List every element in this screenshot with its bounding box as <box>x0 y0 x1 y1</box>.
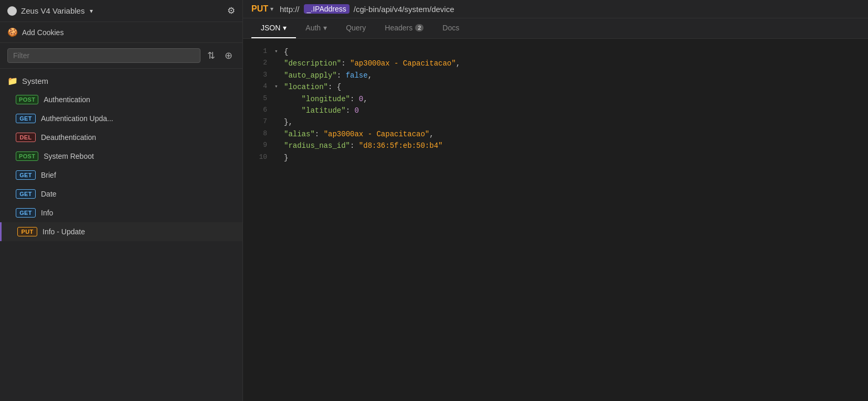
item-label: Authentication Upda... <box>41 114 113 123</box>
cookies-label: Add Cookies <box>22 28 63 37</box>
code-line-8: 8 "alias": "ap3000ax - Capacitacao", <box>243 128 868 140</box>
url-prefix: http:// <box>280 5 300 14</box>
code-line-10: 10 } <box>243 152 868 164</box>
method-chevron-icon: ▾ <box>270 5 273 13</box>
code-line-3: 3 "auto_apply": false, <box>243 70 868 81</box>
list-item[interactable]: GET Info <box>0 203 242 222</box>
code-line-6: 6 "latitude": 0 <box>243 105 868 116</box>
item-label: Date <box>41 190 57 198</box>
tab-json-chevron: ▾ <box>283 24 287 32</box>
code-line-5: 5 "longitude": 0, <box>243 93 868 105</box>
tab-query[interactable]: Query <box>336 18 375 38</box>
folder-label: System <box>22 77 48 85</box>
tabs-bar: JSON ▾ Auth ▾ Query Headers 2 Docs <box>243 18 868 39</box>
code-line-9: 9 "radius_nas_id": "d8:36:5f:eb:50:b4" <box>243 140 868 151</box>
sort-button[interactable]: ⇅ <box>205 49 218 62</box>
tab-headers-label: Headers <box>385 24 412 32</box>
list-item-active[interactable]: PUT Info - Update <box>0 222 242 241</box>
item-label: Authentication <box>44 95 90 104</box>
list-item[interactable]: GET Brief <box>0 166 242 185</box>
code-line-1: 1 ▾ { <box>243 46 868 58</box>
tab-json-label: JSON <box>261 24 280 32</box>
headers-badge: 2 <box>415 24 424 31</box>
url-variable[interactable]: _.IPAddress <box>304 4 350 14</box>
item-label: Info <box>41 209 53 217</box>
method-badge-get: GET <box>16 208 36 218</box>
method-selector[interactable]: PUT ▾ <box>251 4 273 14</box>
method-badge-get: GET <box>16 170 36 180</box>
title-area[interactable]: Zeus V4 Variables ▾ <box>7 6 93 16</box>
sidebar-list: 📁 System POST Authentication GET Authent… <box>0 69 242 401</box>
method-badge-del: DEL <box>16 133 36 142</box>
item-label: Deauthentication <box>41 133 96 142</box>
list-item[interactable]: GET Authentication Upda... <box>0 109 242 128</box>
list-item[interactable]: GET Date <box>0 185 242 203</box>
add-cookies-button[interactable]: 🍪 Add Cookies <box>0 22 242 43</box>
main-panel: PUT ▾ http:// _.IPAddress /cgi-bin/api/v… <box>243 0 868 401</box>
method-badge-post: POST <box>16 151 38 161</box>
code-line-4: 4 ▾ "location": { <box>243 81 868 93</box>
code-editor[interactable]: 1 ▾ { 2 "description": "ap3000ax - Capac… <box>243 39 868 401</box>
method-badge-post: POST <box>16 95 38 104</box>
add-request-button[interactable]: ⊕ <box>222 49 235 62</box>
code-line-7: 7 }, <box>243 116 868 128</box>
method-put-label: PUT <box>251 4 268 14</box>
url-bar: PUT ▾ http:// _.IPAddress /cgi-bin/api/v… <box>243 0 868 18</box>
item-label: System Reboot <box>44 152 94 160</box>
filter-row: ⇅ ⊕ <box>0 43 242 69</box>
folder-system[interactable]: 📁 System <box>0 72 242 90</box>
tab-docs[interactable]: Docs <box>433 18 469 38</box>
tab-docs-label: Docs <box>442 24 459 32</box>
item-label: Info - Update <box>43 227 85 236</box>
list-item[interactable]: POST System Reboot <box>0 147 242 166</box>
cookie-icon: 🍪 <box>7 27 18 37</box>
method-badge-get: GET <box>16 114 36 123</box>
list-item[interactable]: POST Authentication <box>0 90 242 109</box>
tab-headers[interactable]: Headers 2 <box>375 18 433 38</box>
env-circle-icon <box>7 6 17 16</box>
tab-auth-chevron: ▾ <box>323 24 327 32</box>
sidebar: Zeus V4 Variables ▾ ⚙ 🍪 Add Cookies ⇅ ⊕ … <box>0 0 243 401</box>
gear-icon[interactable]: ⚙ <box>227 5 235 16</box>
tab-query-label: Query <box>346 24 366 32</box>
folder-icon: 📁 <box>7 76 18 86</box>
method-badge-get: GET <box>16 189 36 199</box>
filter-input[interactable] <box>7 48 200 63</box>
tab-auth-label: Auth <box>305 24 321 32</box>
env-title: Zeus V4 Variables <box>21 6 84 15</box>
method-badge-put: PUT <box>17 227 37 236</box>
sidebar-header: Zeus V4 Variables ▾ ⚙ <box>0 0 242 22</box>
list-item[interactable]: DEL Deauthentication <box>0 128 242 147</box>
item-label: Brief <box>41 171 56 179</box>
env-chevron-icon: ▾ <box>90 7 93 15</box>
tab-auth[interactable]: Auth ▾ <box>296 18 336 38</box>
tab-json[interactable]: JSON ▾ <box>251 18 296 38</box>
code-line-2: 2 "description": "ap3000ax - Capacitacao… <box>243 58 868 69</box>
url-path: /cgi-bin/api/v4/system/device <box>354 5 454 14</box>
